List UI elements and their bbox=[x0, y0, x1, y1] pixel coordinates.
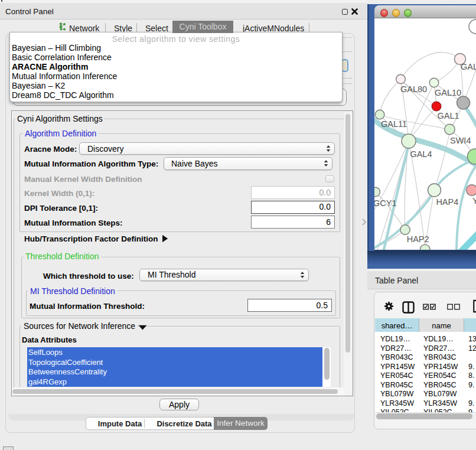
svg-text:GAL80: GAL80 bbox=[400, 84, 427, 94]
svg-text:GCY1: GCY1 bbox=[374, 198, 397, 208]
svg-text:Y: Y bbox=[472, 196, 476, 206]
svg-text:GAL10: GAL10 bbox=[435, 88, 461, 97]
svg-text:GAL1: GAL1 bbox=[438, 111, 459, 120]
svg-text:HAP4: HAP4 bbox=[436, 197, 458, 207]
svg-text:HAP2: HAP2 bbox=[407, 234, 429, 244]
svg-text:GAL: GAL bbox=[461, 62, 476, 71]
svg-text:GAL11: GAL11 bbox=[381, 119, 407, 129]
svg-text:SWI4: SWI4 bbox=[450, 136, 471, 145]
svg-text:GAL4: GAL4 bbox=[410, 149, 432, 159]
